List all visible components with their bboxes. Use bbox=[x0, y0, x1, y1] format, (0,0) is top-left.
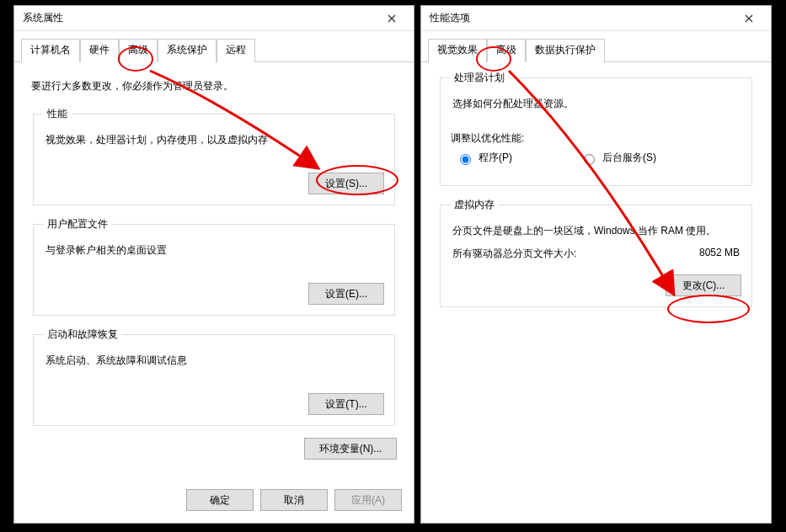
tab-computer-name[interactable]: 计算机名 bbox=[21, 39, 80, 62]
ok-button[interactable]: 确定 bbox=[186, 489, 254, 511]
user-profile-group: 用户配置文件 与登录帐户相关的桌面设置 设置(E)... bbox=[33, 217, 395, 316]
tab-hardware[interactable]: 硬件 bbox=[80, 39, 119, 62]
tab-advanced[interactable]: 高级 bbox=[487, 39, 526, 62]
startup-settings-button[interactable]: 设置(T)... bbox=[308, 393, 384, 415]
vm-desc: 分页文件是硬盘上的一块区域，Windows 当作 RAM 使用。 bbox=[452, 224, 741, 238]
close-button[interactable] bbox=[732, 7, 766, 30]
titlebar: 系统属性 bbox=[14, 6, 414, 31]
profile-legend: 用户配置文件 bbox=[44, 217, 111, 231]
vm-legend: 虚拟内存 bbox=[451, 198, 498, 212]
titlebar: 性能选项 bbox=[421, 6, 771, 31]
performance-legend: 性能 bbox=[44, 107, 71, 121]
tab-remote[interactable]: 远程 bbox=[217, 39, 255, 62]
apply-button[interactable]: 应用(A) bbox=[334, 489, 402, 511]
vm-total-value: 8052 MB bbox=[699, 247, 740, 261]
tabs: 视觉效果 高级 数据执行保护 bbox=[421, 31, 771, 62]
profile-desc: 与登录帐户相关的桌面设置 bbox=[45, 243, 384, 258]
adjust-label: 调整以优化性能: bbox=[451, 131, 741, 146]
tab-protection[interactable]: 系统保护 bbox=[158, 39, 217, 62]
vm-total-label: 所有驱动器总分页文件大小: bbox=[452, 247, 576, 261]
cpu-legend: 处理器计划 bbox=[451, 71, 508, 85]
admin-note: 要进行大多数更改，你必须作为管理员登录。 bbox=[31, 79, 397, 93]
startup-desc: 系统启动、系统故障和调试信息 bbox=[45, 354, 384, 368]
env-vars-button[interactable]: 环境变量(N)... bbox=[304, 438, 397, 460]
profile-settings-button[interactable]: 设置(E)... bbox=[308, 283, 384, 305]
radio-background-input[interactable] bbox=[584, 154, 595, 165]
performance-settings-button[interactable]: 设置(S)... bbox=[308, 173, 384, 194]
radio-programs[interactable]: 程序(P) bbox=[456, 151, 512, 165]
radio-programs-input[interactable] bbox=[460, 154, 471, 165]
performance-options-dialog: 性能选项 视觉效果 高级 数据执行保护 处理器计划 选择如何分配处理器资源。 调… bbox=[420, 5, 772, 524]
dialog-footer: 确定 取消 应用(A) bbox=[14, 481, 414, 523]
cpu-scheduling-group: 处理器计划 选择如何分配处理器资源。 调整以优化性能: 程序(P) 后台服务(S… bbox=[440, 71, 752, 186]
performance-desc: 视觉效果，处理器计划，内存使用，以及虚拟内存 bbox=[45, 133, 384, 147]
tabs: 计算机名 硬件 高级 系统保护 远程 bbox=[14, 31, 414, 62]
startup-legend: 启动和故障恢复 bbox=[44, 327, 121, 342]
tab-dep[interactable]: 数据执行保护 bbox=[526, 39, 605, 62]
startup-recovery-group: 启动和故障恢复 系统启动、系统故障和调试信息 设置(T)... bbox=[33, 327, 395, 426]
dialog-body: 处理器计划 选择如何分配处理器资源。 调整以优化性能: 程序(P) 后台服务(S… bbox=[421, 62, 771, 523]
performance-group: 性能 视觉效果，处理器计划，内存使用，以及虚拟内存 设置(S)... bbox=[33, 107, 395, 205]
cancel-button[interactable]: 取消 bbox=[260, 489, 328, 511]
vm-change-button[interactable]: 更改(C)... bbox=[666, 274, 741, 296]
window-title: 性能选项 bbox=[430, 11, 470, 25]
system-properties-dialog: 系统属性 计算机名 硬件 高级 系统保护 远程 要进行大多数更改，你必须作为管理… bbox=[13, 5, 414, 524]
cpu-desc: 选择如何分配处理器资源。 bbox=[452, 97, 741, 111]
virtual-memory-group: 虚拟内存 分页文件是硬盘上的一块区域，Windows 当作 RAM 使用。 所有… bbox=[440, 198, 752, 307]
close-button[interactable] bbox=[375, 7, 409, 30]
tab-visual-effects[interactable]: 视觉效果 bbox=[428, 39, 487, 62]
window-title: 系统属性 bbox=[23, 11, 63, 25]
radio-background[interactable]: 后台服务(S) bbox=[580, 151, 656, 165]
dialog-body: 要进行大多数更改，你必须作为管理员登录。 性能 视觉效果，处理器计划，内存使用，… bbox=[14, 62, 414, 481]
tab-advanced[interactable]: 高级 bbox=[119, 39, 158, 62]
